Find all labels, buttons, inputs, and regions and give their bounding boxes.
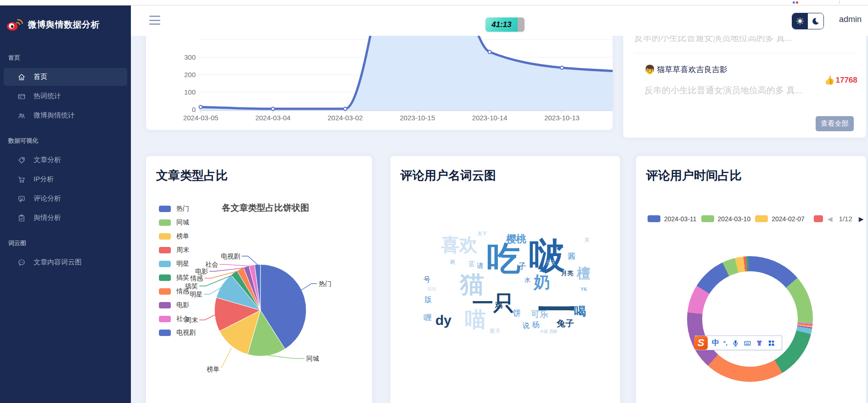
sidebar-item-热词统计[interactable]: 热词统计 <box>4 87 127 105</box>
sidebar-item-评论分析[interactable]: 评论分析 <box>4 190 127 207</box>
skin-shirt-icon[interactable] <box>755 339 763 347</box>
sogou-logo-icon[interactable]: S <box>694 336 708 350</box>
wordcloud-word: 小说 启家 <box>540 330 558 334</box>
sidebar-item-微博舆情统计[interactable]: 微博舆情统计 <box>4 106 127 124</box>
wordcloud-word: 天下 <box>478 232 487 236</box>
sidebar-item-label: 微博舆情统计 <box>34 111 75 120</box>
sidebar-section-label: 数据可视化 <box>0 137 131 150</box>
sidebar-item-label: 首页 <box>34 73 47 81</box>
svg-text:200: 200 <box>184 71 196 78</box>
hot-comment-user-row: 👦 猫草草喜欢吉良吉影 <box>644 64 727 75</box>
main-content: 2024-03-052024-03-042024-03-022023-10-15… <box>131 36 868 403</box>
view-all-button[interactable]: 查看全部 <box>816 116 854 131</box>
wordcloud-word: 酱 <box>568 252 576 260</box>
wordcloud-card: 评论用户名词云图 喜欢樱桃天下吃啵水蓝请猫奶子酱月亮天天一一只喵鸡饼可乐dy喱说… <box>390 156 620 403</box>
username-label[interactable]: admin <box>839 15 862 24</box>
wordcloud-word: 月亮 <box>561 270 573 276</box>
wordcloud-word: 啾 <box>450 259 456 265</box>
legend-swatch <box>755 215 768 222</box>
tag-icon <box>17 156 26 164</box>
hot-comment-likes: 👍 17768 <box>824 75 857 85</box>
svg-text:榜单: 榜单 <box>207 365 220 373</box>
sidebar-section-label: 首页 <box>0 54 131 67</box>
wordcloud-word: 饼 <box>513 309 521 317</box>
weibo-logo-icon <box>6 17 23 32</box>
microphone-icon[interactable] <box>732 339 739 347</box>
sun-icon <box>796 17 804 25</box>
svg-text:0: 0 <box>192 106 196 113</box>
wordcloud-word: 杨 <box>532 321 540 329</box>
app-logo-row: 微博舆情数据分析 <box>0 5 131 35</box>
wordcloud-word: 子 <box>518 262 526 270</box>
article-type-card: 文章类型占比 各文章类型占比饼状图 热门同城榜单周末明星搞笑情感电影社会电视剧 … <box>146 156 372 403</box>
svg-text:社会: 社会 <box>205 261 218 268</box>
wordcloud-word: 蓝 <box>468 260 475 267</box>
wordcloud-word: 夏天 <box>490 328 501 334</box>
cart-icon <box>17 175 26 184</box>
wordcloud-word: 兔子 <box>557 319 574 328</box>
legend-page-prev-icon[interactable]: ◀ <box>828 216 833 222</box>
svg-text:2023-10-14: 2023-10-14 <box>472 114 507 122</box>
sidebar-item-首页[interactable]: 首页 <box>4 68 127 86</box>
header-bar: 41:13 admin <box>131 5 868 36</box>
svg-text:搞笑: 搞笑 <box>185 282 198 290</box>
light-mode-button[interactable] <box>792 13 808 29</box>
svg-text:热门: 热门 <box>319 280 332 287</box>
wordcloud-word: 水 <box>524 277 530 283</box>
sidebar-item-文章内容词云图[interactable]: 文章内容词云图 <box>4 253 127 271</box>
favicon-dot-blue <box>793 1 795 4</box>
ime-punctuation-button[interactable]: °, <box>723 340 727 347</box>
people-icon <box>17 112 26 120</box>
sidebar-item-舆情分析[interactable]: 舆情分析 <box>4 209 127 227</box>
sidebar-item-IP分析[interactable]: IP分析 <box>4 170 127 188</box>
wordcloud-word: 版 <box>424 296 432 303</box>
donut-legend-item-2024-03-11[interactable]: 2024-03-11 <box>648 215 697 223</box>
svg-text:2024-03-05: 2024-03-05 <box>183 114 219 122</box>
svg-text:2024-03-02: 2024-03-02 <box>327 114 363 122</box>
wordcloud-word: 喜欢 <box>441 235 478 254</box>
keyboard-icon[interactable] <box>744 339 751 347</box>
recording-timer-value: 41:13 <box>485 17 518 32</box>
theme-toggle[interactable] <box>792 13 824 29</box>
username-wordcloud: 喜欢樱桃天下吃啵水蓝请猫奶子酱月亮天天一一只喵鸡饼可乐dy喱说杨兔子小说 启家夏… <box>423 232 590 335</box>
divider <box>634 53 855 53</box>
comment-icon <box>17 195 26 203</box>
donut-legend-item-2024-03-10[interactable]: 2024-03-10 <box>701 215 751 223</box>
like-count: 17768 <box>835 76 857 85</box>
toolbox-grid-icon[interactable] <box>767 339 775 347</box>
svg-text:情感: 情感 <box>190 274 203 282</box>
hot-comments-card: 反串的小生比普通女演员地位高的多 真... 👦 猫草草喜欢吉良吉影 👍 1776… <box>623 36 866 138</box>
dark-mode-button[interactable] <box>808 13 823 29</box>
hot-comment-username: 猫草草喜欢吉良吉影 <box>657 64 727 75</box>
ime-language-mode-button[interactable]: 中 <box>712 338 719 348</box>
app-title: 微博舆情数据分析 <box>28 19 100 31</box>
wordcloud-word: 说 <box>523 322 530 329</box>
sidebar-item-label: 文章分析 <box>34 156 61 164</box>
legend-label: 2024-02-07 <box>772 215 805 223</box>
sidebar-item-文章分析[interactable]: 文章分析 <box>4 151 127 169</box>
wordcloud-word: 猫猫 <box>427 287 436 291</box>
wordcloud-word: 喵 <box>465 309 486 330</box>
wordcloud-word: 月 <box>584 237 590 243</box>
comment-time-card: 评论用户时间占比 2024-03-112024-03-102024-02-07 … <box>636 156 866 403</box>
favicon-dot-red <box>796 1 798 4</box>
donut-legend-item-2024-02-07[interactable]: 2024-02-07 <box>755 215 805 223</box>
strip-separator <box>839 0 840 4</box>
wordcloud-word: 可乐 <box>531 310 548 319</box>
svg-text:同城: 同城 <box>306 355 319 362</box>
wordcloud-word: 檀 <box>577 267 590 280</box>
legend-page-next-icon[interactable]: ▶ <box>859 216 864 222</box>
svg-text:电视剧: 电视剧 <box>221 252 240 260</box>
wordcloud-word: 喱 <box>423 313 432 322</box>
legend-swatch-overflow[interactable] <box>814 215 823 222</box>
sidebar-item-label: 文章内容词云图 <box>34 258 82 267</box>
sidebar: 微博舆情数据分析 首页首页热词统计微博舆情统计数据可视化文章分析IP分析评论分析… <box>0 5 131 403</box>
sidebar-collapse-button[interactable] <box>149 16 160 25</box>
article-type-pie-chart: 热门同城榜单周末明星搞笑情感电影社会电视剧 <box>146 156 372 403</box>
chat-bubble-icon <box>17 258 26 267</box>
sidebar-item-label: IP分析 <box>34 175 54 184</box>
comment-time-card-title: 评论用户时间占比 <box>646 168 742 184</box>
legend-label: 2024-03-10 <box>718 215 751 223</box>
svg-text:2023-10-15: 2023-10-15 <box>400 114 435 122</box>
recording-timer-cap <box>518 17 524 32</box>
